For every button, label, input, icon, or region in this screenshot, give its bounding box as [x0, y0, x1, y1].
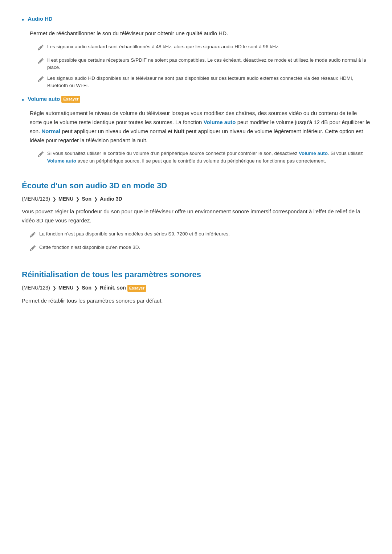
audio-hd-note-3-text: Les signaux audio HD disponibles sur le … — [47, 75, 370, 90]
pencil-icon-5 — [30, 231, 36, 240]
pencil-icon-4 — [38, 151, 44, 160]
breadcrumb-menu-reinit: MENU — [58, 285, 73, 291]
breadcrumb-prefix-reinit: (MENU/123) — [22, 285, 50, 291]
breadcrumb-arrow1-3d: ❯ — [53, 197, 57, 202]
bullet-dot-icon: • — [22, 15, 24, 25]
breadcrumb-reinit-son: Réinit. son — [100, 285, 126, 291]
section-3d-audio: Écoute d'un son audio 3D en mode 3D (MEN… — [22, 179, 370, 254]
normal-bold: Normal — [42, 128, 61, 134]
section-3d-note-2: Cette fonction n'est disponible qu'en mo… — [30, 244, 370, 254]
nuit-bold: Nuit — [174, 128, 184, 134]
section-reinit-description: Permet de rétablir tous les paramètres s… — [22, 296, 370, 305]
breadcrumb-son-3d: Son — [82, 196, 91, 202]
section-3d-heading: Écoute d'un son audio 3D en mode 3D — [22, 179, 370, 192]
volume-auto-note-bold-1: Volume auto — [299, 151, 328, 156]
breadcrumb-arrow2-reinit: ❯ — [76, 286, 81, 291]
breadcrumb-arrow3-3d: ❯ — [94, 197, 99, 202]
breadcrumb-audio3d: Audio 3D — [100, 196, 122, 202]
breadcrumb-menu-3d: MENU — [58, 196, 73, 202]
section-3d-note-1: La fonction n'est pas disponible sur les… — [30, 230, 370, 240]
pencil-icon-2 — [38, 58, 44, 66]
audio-hd-bullet-item: • Audio HD — [22, 15, 370, 25]
section-reinit-breadcrumb: (MENU/123) ❯ MENU ❯ Son ❯ Réinit. sonEss… — [22, 284, 370, 292]
audio-hd-note-1: Les signaux audio standard sont échantil… — [38, 43, 370, 53]
audio-hd-section: • Audio HD Permet de rééchantillonner le… — [22, 15, 370, 165]
audio-hd-desc-text: Permet de rééchantillonner le son du tél… — [30, 29, 370, 38]
breadcrumb-arrow2-3d: ❯ — [76, 197, 81, 202]
volume-auto-note-bold-2: Volume auto — [47, 158, 76, 164]
volume-auto-badge: Essayer — [61, 96, 80, 103]
section-3d-note-2-text: Cette fonction n'est disponible qu'en mo… — [39, 244, 140, 251]
volume-auto-content: Règle automatiquement le niveau de volum… — [30, 109, 370, 165]
audio-hd-description: Permet de rééchantillonner le son du tél… — [30, 29, 370, 90]
audio-hd-note-3: Les signaux audio HD disponibles sur le … — [38, 75, 370, 90]
bullet-dot-icon-2: • — [22, 95, 24, 106]
pencil-icon-3 — [38, 76, 44, 85]
audio-hd-note-2-text: Il est possible que certains récepteurs … — [47, 57, 370, 71]
section-reinit-heading: Réinitialisation de tous les paramètres … — [22, 268, 370, 281]
breadcrumb-prefix-3d: (MENU/123) — [22, 196, 50, 202]
audio-hd-note-1-text: Les signaux audio standard sont échantil… — [47, 43, 279, 50]
breadcrumb-son-reinit: Son — [82, 285, 91, 291]
section-3d-note-1-text: La fonction n'est pas disponible sur les… — [39, 230, 230, 238]
volume-auto-title-wrapper: Volume autoEssayer — [28, 95, 80, 103]
volume-auto-note-text: Si vous souhaitez utiliser le contrôle d… — [47, 150, 370, 165]
breadcrumb-arrow3-reinit: ❯ — [94, 286, 99, 291]
breadcrumb-arrow1-reinit: ❯ — [53, 286, 57, 291]
section-3d-description: Vous pouvez régler la profondeur du son … — [22, 207, 370, 225]
volume-auto-title: Volume auto — [28, 96, 60, 102]
section-reinit: Réinitialisation de tous les paramètres … — [22, 268, 370, 305]
audio-hd-title: Audio HD — [28, 15, 52, 23]
pencil-icon-1 — [38, 44, 44, 53]
volume-auto-description: Règle automatiquement le niveau de volum… — [30, 109, 370, 145]
reinit-badge: Essayer — [127, 285, 146, 292]
audio-hd-note-2: Il est possible que certains récepteurs … — [38, 57, 370, 71]
pencil-icon-6 — [30, 245, 36, 254]
section-3d-breadcrumb: (MENU/123) ❯ MENU ❯ Son ❯ Audio 3D — [22, 195, 370, 203]
volume-auto-bold-1: Volume auto — [204, 119, 236, 125]
volume-auto-note: Si vous souhaitez utiliser le contrôle d… — [38, 150, 370, 165]
volume-auto-bullet-item: • Volume autoEssayer — [22, 95, 370, 106]
